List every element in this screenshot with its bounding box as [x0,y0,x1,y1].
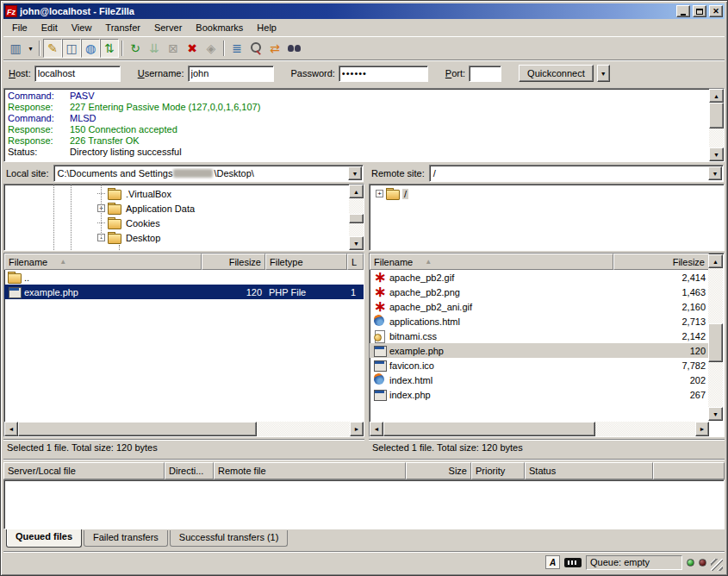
scroll-up-button[interactable]: ▲ [709,89,724,103]
scroll-right-button[interactable]: ► [695,422,709,436]
scroll-up-button[interactable]: ▲ [708,254,723,268]
tree-item-virtualbox[interactable]: .VirtualBox [4,186,349,201]
remote-vertical-scrollbar[interactable]: ▲ ▼ [708,254,723,421]
image-file-icon [373,301,387,312]
tree-item-application-data[interactable]: +Application Data [4,201,349,216]
column-header-filetype[interactable]: Filetype [265,254,347,270]
local-tree-scrollbar[interactable]: ▲ ▼ [349,185,364,250]
table-row[interactable]: applications.html 2,713 [370,314,709,329]
column-header-filename[interactable]: Filename▲ [370,254,613,270]
local-path-combobox[interactable]: C:\Documents and Settings\Desktop\ ▼ [53,165,364,182]
toggle-message-log-button[interactable]: ✎ [43,39,62,58]
host-input[interactable] [34,66,121,82]
column-header-priority[interactable]: Priority [471,462,525,479]
scrollbar-thumb[interactable] [18,422,257,436]
menu-server[interactable]: Server [147,20,189,35]
scroll-left-button[interactable]: ◄ [4,422,18,436]
column-header-lastmodified[interactable]: L [347,254,364,270]
scroll-right-button[interactable]: ► [350,422,364,436]
scroll-down-button[interactable]: ▼ [349,236,364,250]
process-queue-button[interactable]: ⇊ [145,39,164,58]
local-horizontal-scrollbar[interactable]: ◄ ► [4,422,364,436]
remote-path-combobox[interactable]: / ▼ [429,165,724,182]
resize-grip[interactable] [711,559,723,571]
sync-browsing-button[interactable]: ⇄ [265,39,284,58]
table-row[interactable]: bitnami.css 2,142 [370,329,709,343]
combo-dropdown-button[interactable]: ▼ [708,166,722,180]
menu-edit[interactable]: Edit [34,20,65,35]
minimize-icon [681,14,686,16]
menu-transfer[interactable]: Transfer [98,20,147,35]
message-log: Command:PASV Response:227 Entering Passi… [3,88,725,162]
queue-list-area[interactable] [3,479,725,529]
tree-item-desktop[interactable]: -Desktop [4,230,349,245]
menu-help[interactable]: Help [250,20,283,35]
column-header-filesize[interactable]: Filesize [613,254,709,270]
column-header-filesize[interactable]: Filesize [202,254,265,270]
toggle-queue-button[interactable]: ⇅ [100,39,119,58]
menu-file[interactable]: File [5,20,34,35]
cancel-operation-button[interactable]: ⊠ [164,39,183,58]
table-row-selected[interactable]: example.php 120 [370,343,709,358]
scroll-down-button[interactable]: ▼ [708,407,723,421]
scrollbar-thumb[interactable] [349,214,364,223]
file-panes: Local site: C:\Documents and Settings\De… [3,164,725,455]
quickconnect-button[interactable]: Quickconnect [519,65,594,82]
table-row-parent-dir[interactable]: .. [4,270,364,285]
column-header-server-local-file[interactable]: Server/Local file [3,462,165,479]
column-header-remote-file[interactable]: Remote file [214,462,406,479]
table-row[interactable]: apache_pb2.png 1,463 [370,285,709,299]
column-header-filename[interactable]: Filename▲ [4,254,202,270]
log-scrollbar[interactable]: ▲ ▼ [709,89,724,161]
column-header-size[interactable]: Size [406,462,471,479]
scroll-down-button[interactable]: ▼ [709,147,724,161]
table-row[interactable]: apache_pb2.gif 2,414 [370,270,709,285]
tab-failed-transfers[interactable]: Failed transfers [84,530,168,547]
minimize-button[interactable] [676,5,690,17]
table-row[interactable]: apache_pb2_ani.gif 2,160 [370,299,709,314]
column-header-direction[interactable]: Directi... [165,462,214,479]
binoculars-icon [288,44,301,53]
tab-successful-transfers[interactable]: Successful transfers (1) [170,530,289,547]
column-header-status[interactable]: Status [525,462,653,479]
log-line: Command:PASV [4,91,724,102]
tree-item-root[interactable]: +/ [370,186,724,201]
refresh-button[interactable]: ↻ [126,39,145,58]
port-label: Port: [445,68,465,78]
toggle-local-tree-button[interactable]: ◫ [62,39,81,58]
remote-horizontal-scrollbar[interactable]: ◄ ► [370,422,709,436]
table-row-example-php[interactable]: example.php 120 PHP File 1 [4,285,364,299]
site-manager-dropdown-button[interactable]: ▾ [25,39,36,58]
abort-button[interactable]: ◈ [202,39,221,58]
find-button[interactable] [284,39,303,58]
tab-queued-files[interactable]: Queued files [6,529,82,548]
filter-button[interactable]: ≣ [227,39,246,58]
html-file-icon [373,316,387,327]
scrollbar-thumb[interactable] [709,103,724,128]
close-button[interactable]: ✕ [709,5,723,17]
username-input[interactable] [188,66,274,82]
compare-button[interactable] [246,39,265,58]
message-log-icon: ✎ [47,41,58,55]
disconnect-button[interactable]: ✖ [183,39,202,58]
table-row[interactable]: favicon.ico 7,782 [370,358,709,373]
password-input[interactable] [339,66,428,82]
expand-icon[interactable]: + [376,190,383,197]
port-input[interactable] [469,66,501,82]
quickconnect-dropdown-button[interactable]: ▼ [597,65,610,82]
scroll-up-button[interactable]: ▲ [349,185,364,198]
menu-view[interactable]: View [65,20,99,35]
menu-bookmarks[interactable]: Bookmarks [189,20,250,35]
table-row[interactable]: index.php 267 [370,387,709,402]
table-row[interactable]: index.html 202 [370,373,709,387]
toggle-remote-tree-button[interactable]: ◍ [81,39,100,58]
scrollbar-thumb[interactable] [708,323,723,362]
scroll-left-button[interactable]: ◄ [370,422,383,436]
scrollbar-thumb[interactable] [383,422,595,436]
log-line: Response:150 Connection accepted [4,124,724,135]
site-manager-button[interactable]: ▥ [6,39,25,58]
tree-item-cookies[interactable]: Cookies [4,216,349,230]
folder-icon [108,217,121,229]
combo-dropdown-button[interactable]: ▼ [348,166,362,180]
maximize-button[interactable] [693,5,706,17]
